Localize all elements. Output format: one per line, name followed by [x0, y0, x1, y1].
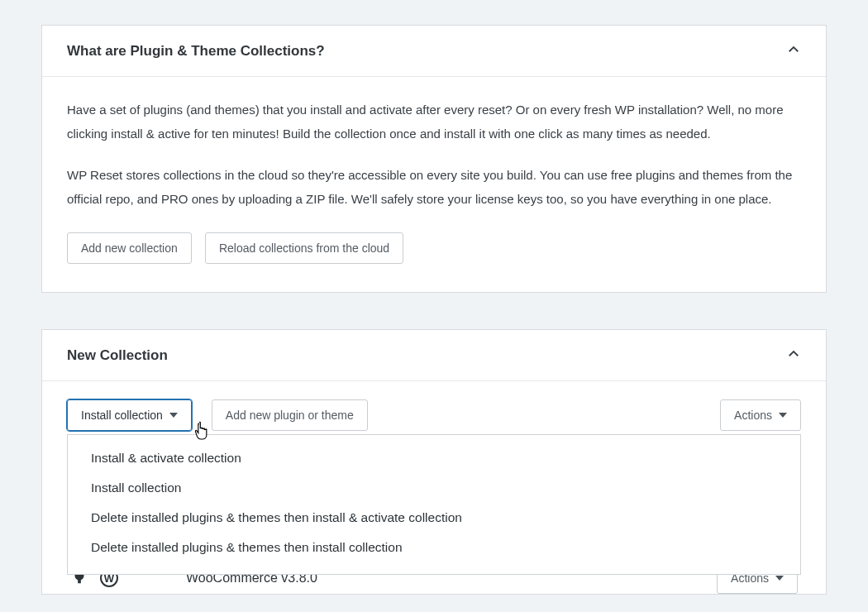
collection-actions-dropdown-button[interactable]: Actions: [720, 399, 801, 431]
dropdown-item-delete-install[interactable]: Delete installed plugins & themes then i…: [68, 533, 800, 562]
info-paragraph: WP Reset stores collections in the cloud…: [67, 164, 801, 211]
caret-down-icon: [779, 413, 787, 418]
panel-title: New Collection: [67, 347, 168, 364]
toolbar-row: Install collection Add new plugin or the…: [67, 399, 801, 431]
panel-header[interactable]: New Collection: [42, 330, 826, 381]
add-plugin-theme-button[interactable]: Add new plugin or theme: [212, 399, 368, 431]
install-collection-dropdown-button[interactable]: Install collection: [67, 399, 192, 431]
caret-down-icon: [169, 413, 178, 418]
info-paragraph: Have a set of plugins (and themes) that …: [67, 98, 801, 146]
dropdown-item-install[interactable]: Install collection: [68, 473, 800, 503]
chevron-up-icon: [786, 347, 801, 364]
dropdown-item-delete-install-activate[interactable]: Delete installed plugins & themes then i…: [68, 503, 800, 533]
caret-down-icon: [775, 576, 784, 581]
panel-body: Have a set of plugins (and themes) that …: [42, 77, 826, 292]
panel-header[interactable]: What are Plugin & Theme Collections?: [42, 26, 826, 77]
dropdown-item-install-activate[interactable]: Install & activate collection: [68, 443, 800, 473]
panel-body: Install collection Add new plugin or the…: [42, 381, 826, 594]
collections-info-panel: What are Plugin & Theme Collections? Hav…: [41, 25, 827, 293]
button-label: Actions: [734, 409, 772, 422]
new-collection-panel: New Collection Install collection Add ne…: [41, 329, 827, 595]
reload-collections-button[interactable]: Reload collections from the cloud: [205, 232, 403, 264]
panel-title: What are Plugin & Theme Collections?: [67, 43, 325, 60]
add-new-collection-button[interactable]: Add new collection: [67, 232, 192, 264]
chevron-up-icon: [786, 42, 801, 60]
button-label: Install collection: [81, 409, 163, 422]
install-collection-dropdown-menu: Install & activate collection Install co…: [67, 434, 801, 575]
